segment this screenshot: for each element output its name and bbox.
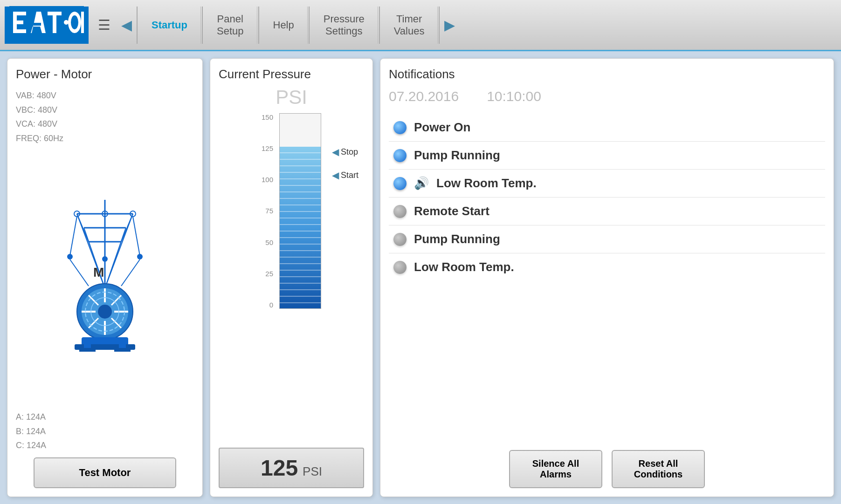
stop-marker: ◀ Stop	[332, 146, 358, 157]
silence-alarms-button[interactable]: Silence All Alarms	[509, 450, 602, 488]
start-arrow-icon: ◀	[332, 170, 339, 181]
power-readings: VAB: 480V VBC: 480V VCA: 480V FREQ: 60Hz	[16, 89, 194, 145]
motor-svg: M	[49, 195, 161, 358]
indicator-power-on	[393, 121, 407, 134]
notif-text-pump-running-1: Pump Running	[414, 148, 500, 163]
current-readings: A: 124A B: 124A C: 124A	[16, 410, 194, 453]
notif-text-low-room-temp-1: Low Room Temp.	[436, 176, 537, 191]
svg-rect-4	[13, 29, 26, 33]
nav-divider-5	[379, 7, 380, 44]
notifications-datetime: 07.20.2016 10:10:00	[389, 89, 825, 104]
notification-date: 07.20.2016	[389, 89, 459, 104]
pressure-title: Current Pressure	[219, 67, 364, 82]
notification-buttons: Silence All Alarms Reset All Conditions	[389, 450, 825, 488]
notif-text-low-room-temp-2: Low Room Temp.	[414, 260, 514, 274]
gauge-fill	[280, 147, 321, 308]
notif-item-low-room-temp-1: 🔊 Low Room Temp.	[389, 170, 825, 198]
gauge-wrapper: 150 125 100 75 50 25 0	[262, 113, 321, 309]
pressure-panel: Current Pressure PSI 150 125 100 75 50 2…	[210, 58, 373, 497]
stop-arrow-icon: ◀	[332, 146, 339, 157]
svg-line-35	[70, 259, 89, 286]
svg-point-32	[67, 254, 73, 259]
tab-startup[interactable]: Startup	[138, 7, 201, 44]
gauge-scale: 150 125 100 75 50 25 0	[262, 113, 276, 309]
tab-pressure-settings[interactable]: Pressure Settings	[310, 7, 378, 44]
svg-rect-3	[13, 20, 23, 24]
main-content: Power - Motor VAB: 480V VBC: 480V VCA: 4…	[0, 51, 841, 504]
svg-rect-56	[114, 348, 131, 352]
psi-value: 125	[261, 455, 298, 481]
nav-divider-2	[202, 7, 203, 44]
gauge-stripes	[280, 147, 321, 308]
indicator-low-room-temp-1	[393, 177, 407, 190]
svg-rect-6	[34, 23, 41, 26]
svg-point-9	[64, 20, 69, 25]
svg-rect-8	[53, 15, 56, 33]
motor-illustration-area: M	[16, 145, 194, 408]
power-motor-panel: Power - Motor VAB: 480V VBC: 480V VCA: 4…	[7, 58, 203, 497]
alarm-speaker-icon: 🔊	[414, 176, 429, 191]
notif-text-pump-running-2: Pump Running	[414, 232, 500, 246]
start-marker: ◀ Start	[332, 170, 358, 181]
tab-help[interactable]: Help	[260, 7, 308, 44]
svg-point-34	[137, 254, 143, 259]
svg-line-24	[105, 242, 121, 288]
notifications-list: Power On Pump Running 🔊 Low Room Temp. R…	[389, 114, 825, 443]
gauge-bar	[279, 113, 321, 309]
svg-rect-7	[48, 12, 62, 15]
svg-text:M: M	[93, 265, 104, 279]
logo	[5, 7, 89, 44]
nav-divider-6	[439, 7, 440, 44]
nav-left-arrow[interactable]: ◀	[121, 17, 132, 33]
nav-right-arrow[interactable]: ▶	[444, 17, 455, 33]
menu-icon[interactable]: ☰	[98, 17, 110, 33]
svg-line-37	[121, 259, 140, 286]
indicator-pump-running-2	[393, 233, 407, 246]
svg-rect-55	[79, 348, 96, 352]
notif-item-low-room-temp-2: Low Room Temp.	[389, 253, 825, 281]
notif-item-remote-start: Remote Start	[389, 198, 825, 225]
svg-line-28	[70, 217, 77, 256]
reset-conditions-button[interactable]: Reset All Conditions	[612, 450, 705, 488]
indicator-pump-running-1	[393, 149, 407, 162]
header: ☰ ◀ Startup Panel Setup Help Pressure Se…	[0, 0, 841, 51]
psi-unit: PSI	[303, 464, 322, 479]
notifications-panel: Notifications 07.20.2016 10:10:00 Power …	[380, 58, 834, 497]
nav-divider-1	[137, 7, 138, 44]
nav-divider-3	[258, 7, 259, 44]
psi-readout: 125 PSI	[219, 448, 364, 488]
svg-point-40	[98, 305, 112, 319]
notif-text-power-on: Power On	[414, 120, 470, 135]
notif-item-pump-running-1: Pump Running	[389, 142, 825, 170]
test-motor-button[interactable]: Test Motor	[34, 457, 176, 488]
indicator-low-room-temp-2	[393, 261, 407, 274]
psi-label: PSI	[219, 86, 364, 109]
logo-text	[9, 6, 84, 44]
notif-text-remote-start: Remote Start	[414, 204, 489, 218]
gauge-container: 150 125 100 75 50 25 0	[219, 113, 364, 441]
notifications-title: Notifications	[389, 67, 825, 82]
tab-timer-values[interactable]: Timer Values	[381, 7, 438, 44]
svg-point-33	[102, 256, 108, 262]
tab-panel-setup[interactable]: Panel Setup	[204, 7, 257, 44]
svg-line-30	[133, 217, 140, 256]
svg-point-11	[71, 15, 78, 29]
notification-time: 10:10:00	[487, 89, 541, 104]
svg-rect-2	[13, 12, 26, 15]
power-motor-title: Power - Motor	[16, 67, 194, 82]
svg-rect-12	[81, 12, 84, 33]
nav-divider-4	[309, 7, 310, 44]
indicator-remote-start	[393, 205, 407, 218]
notif-item-power-on: Power On	[389, 114, 825, 142]
notif-item-pump-running-2: Pump Running	[389, 225, 825, 253]
